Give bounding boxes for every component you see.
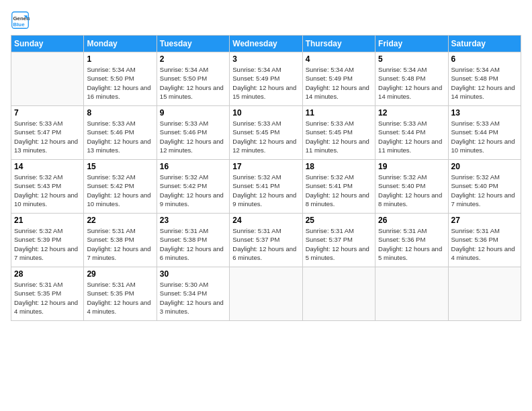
day-info: Sunrise: 5:32 AM Sunset: 5:41 PM Dayligh… (232, 173, 299, 208)
day-number: 12 (378, 108, 445, 118)
day-info: Sunrise: 5:31 AM Sunset: 5:38 PM Dayligh… (87, 226, 153, 262)
day-info: Sunrise: 5:32 AM Sunset: 5:39 PM Dayligh… (14, 226, 81, 262)
calendar-day (375, 267, 448, 321)
calendar-day: 29 Sunrise: 5:31 AM Sunset: 5:35 PM Dayl… (84, 267, 157, 321)
day-info: Sunrise: 5:34 AM Sunset: 5:50 PM Dayligh… (87, 65, 153, 101)
calendar-week-4: 21 Sunrise: 5:32 AM Sunset: 5:39 PM Dayl… (11, 214, 521, 267)
calendar-table: SundayMondayTuesdayWednesdayThursdayFrid… (11, 35, 521, 321)
calendar-day: 2 Sunrise: 5:34 AM Sunset: 5:50 PM Dayli… (157, 52, 229, 106)
day-info: Sunrise: 5:31 AM Sunset: 5:38 PM Dayligh… (160, 226, 226, 262)
day-number: 21 (14, 216, 81, 225)
svg-text:Blue: Blue (13, 21, 26, 28)
day-info: Sunrise: 5:32 AM Sunset: 5:42 PM Dayligh… (160, 173, 226, 208)
day-info: Sunrise: 5:34 AM Sunset: 5:48 PM Dayligh… (378, 65, 445, 101)
day-number: 7 (14, 108, 81, 118)
header-cell-tuesday: Tuesday (157, 36, 229, 52)
day-info: Sunrise: 5:34 AM Sunset: 5:50 PM Dayligh… (160, 65, 226, 101)
day-number: 9 (160, 108, 226, 118)
day-info: Sunrise: 5:31 AM Sunset: 5:35 PM Dayligh… (14, 280, 81, 316)
calendar-day: 7 Sunrise: 5:33 AM Sunset: 5:47 PM Dayli… (11, 106, 84, 160)
day-info: Sunrise: 5:34 AM Sunset: 5:49 PM Dayligh… (232, 65, 299, 101)
calendar-day: 23 Sunrise: 5:31 AM Sunset: 5:38 PM Dayl… (157, 214, 229, 267)
day-number: 16 (160, 162, 226, 171)
day-number: 10 (232, 108, 299, 118)
calendar-day: 30 Sunrise: 5:30 AM Sunset: 5:34 PM Dayl… (157, 267, 229, 321)
day-info: Sunrise: 5:32 AM Sunset: 5:40 PM Dayligh… (378, 173, 445, 208)
day-number: 6 (451, 54, 518, 64)
day-number: 11 (306, 108, 372, 118)
calendar-day: 16 Sunrise: 5:32 AM Sunset: 5:42 PM Dayl… (157, 160, 229, 214)
calendar-day: 1 Sunrise: 5:34 AM Sunset: 5:50 PM Dayli… (84, 52, 157, 106)
calendar-day: 9 Sunrise: 5:33 AM Sunset: 5:46 PM Dayli… (157, 106, 229, 160)
header-cell-sunday: Sunday (11, 36, 84, 52)
day-number: 4 (306, 54, 372, 64)
calendar-day: 5 Sunrise: 5:34 AM Sunset: 5:48 PM Dayli… (375, 52, 448, 106)
day-number: 29 (87, 269, 153, 279)
day-number: 3 (232, 54, 299, 64)
logo-icon: General Blue (11, 11, 30, 30)
calendar-day: 26 Sunrise: 5:31 AM Sunset: 5:36 PM Dayl… (375, 214, 448, 267)
calendar-day: 4 Sunrise: 5:34 AM Sunset: 5:49 PM Dayli… (302, 52, 375, 106)
calendar-day: 10 Sunrise: 5:33 AM Sunset: 5:45 PM Dayl… (230, 106, 302, 160)
header-cell-monday: Monday (84, 36, 157, 52)
calendar-week-1: 1 Sunrise: 5:34 AM Sunset: 5:50 PM Dayli… (11, 52, 521, 106)
day-info: Sunrise: 5:34 AM Sunset: 5:49 PM Dayligh… (306, 65, 372, 101)
day-info: Sunrise: 5:33 AM Sunset: 5:46 PM Dayligh… (87, 119, 153, 154)
calendar-day (302, 267, 375, 321)
day-number: 27 (451, 216, 518, 225)
day-number: 18 (306, 162, 372, 171)
day-number: 2 (160, 54, 226, 64)
day-info: Sunrise: 5:32 AM Sunset: 5:43 PM Dayligh… (14, 173, 81, 208)
day-info: Sunrise: 5:33 AM Sunset: 5:45 PM Dayligh… (306, 119, 372, 154)
calendar-day: 24 Sunrise: 5:31 AM Sunset: 5:37 PM Dayl… (230, 214, 302, 267)
calendar-day (230, 267, 302, 321)
header-cell-thursday: Thursday (302, 36, 375, 52)
calendar-day: 15 Sunrise: 5:32 AM Sunset: 5:42 PM Dayl… (84, 160, 157, 214)
calendar-day: 25 Sunrise: 5:31 AM Sunset: 5:37 PM Dayl… (302, 214, 375, 267)
day-info: Sunrise: 5:33 AM Sunset: 5:44 PM Dayligh… (451, 119, 518, 154)
day-info: Sunrise: 5:30 AM Sunset: 5:34 PM Dayligh… (160, 280, 226, 316)
header: General Blue (11, 11, 521, 30)
day-info: Sunrise: 5:31 AM Sunset: 5:37 PM Dayligh… (306, 226, 372, 262)
day-number: 30 (160, 269, 226, 279)
day-info: Sunrise: 5:31 AM Sunset: 5:36 PM Dayligh… (451, 226, 518, 262)
calendar-header-row: SundayMondayTuesdayWednesdayThursdayFrid… (11, 36, 521, 52)
calendar-day: 17 Sunrise: 5:32 AM Sunset: 5:41 PM Dayl… (230, 160, 302, 214)
calendar-day: 18 Sunrise: 5:32 AM Sunset: 5:41 PM Dayl… (302, 160, 375, 214)
day-info: Sunrise: 5:31 AM Sunset: 5:36 PM Dayligh… (378, 226, 445, 262)
calendar-day: 12 Sunrise: 5:33 AM Sunset: 5:44 PM Dayl… (375, 106, 448, 160)
day-number: 26 (378, 216, 445, 225)
calendar-week-3: 14 Sunrise: 5:32 AM Sunset: 5:43 PM Dayl… (11, 160, 521, 214)
calendar-day: 20 Sunrise: 5:32 AM Sunset: 5:40 PM Dayl… (448, 160, 521, 214)
day-number: 20 (451, 162, 518, 171)
day-number: 15 (87, 162, 153, 171)
day-number: 22 (87, 216, 153, 225)
day-number: 13 (451, 108, 518, 118)
calendar-day: 28 Sunrise: 5:31 AM Sunset: 5:35 PM Dayl… (11, 267, 84, 321)
day-number: 5 (378, 54, 445, 64)
calendar-day: 22 Sunrise: 5:31 AM Sunset: 5:38 PM Dayl… (84, 214, 157, 267)
day-info: Sunrise: 5:32 AM Sunset: 5:41 PM Dayligh… (306, 173, 372, 208)
calendar-day: 21 Sunrise: 5:32 AM Sunset: 5:39 PM Dayl… (11, 214, 84, 267)
day-info: Sunrise: 5:34 AM Sunset: 5:48 PM Dayligh… (451, 65, 518, 101)
calendar-day: 19 Sunrise: 5:32 AM Sunset: 5:40 PM Dayl… (375, 160, 448, 214)
day-number: 19 (378, 162, 445, 171)
header-cell-wednesday: Wednesday (230, 36, 302, 52)
calendar-day (448, 267, 521, 321)
day-number: 8 (87, 108, 153, 118)
calendar-day: 13 Sunrise: 5:33 AM Sunset: 5:44 PM Dayl… (448, 106, 521, 160)
calendar-week-2: 7 Sunrise: 5:33 AM Sunset: 5:47 PM Dayli… (11, 106, 521, 160)
day-number: 1 (87, 54, 153, 64)
day-info: Sunrise: 5:32 AM Sunset: 5:42 PM Dayligh… (87, 173, 153, 208)
day-info: Sunrise: 5:33 AM Sunset: 5:46 PM Dayligh… (160, 119, 226, 154)
calendar-week-5: 28 Sunrise: 5:31 AM Sunset: 5:35 PM Dayl… (11, 267, 521, 321)
day-info: Sunrise: 5:31 AM Sunset: 5:37 PM Dayligh… (232, 226, 299, 262)
calendar-day: 3 Sunrise: 5:34 AM Sunset: 5:49 PM Dayli… (230, 52, 302, 106)
day-info: Sunrise: 5:32 AM Sunset: 5:40 PM Dayligh… (451, 173, 518, 208)
day-number: 24 (232, 216, 299, 225)
day-number: 14 (14, 162, 81, 171)
day-info: Sunrise: 5:31 AM Sunset: 5:35 PM Dayligh… (87, 280, 153, 316)
calendar-day (11, 52, 84, 106)
calendar-day: 8 Sunrise: 5:33 AM Sunset: 5:46 PM Dayli… (84, 106, 157, 160)
logo: General Blue (11, 11, 32, 30)
